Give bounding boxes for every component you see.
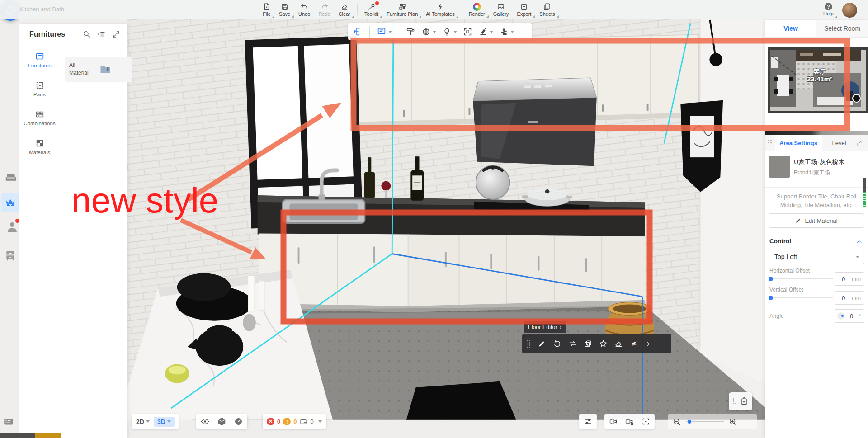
- globe-material-button[interactable]: [421, 27, 436, 37]
- camera-path-icon[interactable]: [609, 417, 618, 426]
- chevron-down-icon: [856, 256, 859, 258]
- zoom-in-icon[interactable]: [728, 417, 737, 426]
- surface-list-button[interactable]: [377, 27, 392, 37]
- horizontal-offset-value: 0: [835, 276, 852, 283]
- help-button[interactable]: ? Help: [819, 0, 838, 19]
- shortcut-keys-button[interactable]: [3, 416, 14, 429]
- furniture-plan-button[interactable]: Furniture Plan: [382, 0, 422, 19]
- issues-counter[interactable]: ✕ 0 ! 0 0: [263, 414, 326, 429]
- vertical-offset-slider[interactable]: [769, 296, 833, 300]
- toolkit-button[interactable]: Toolkit: [360, 0, 382, 19]
- angle-dial[interactable]: [837, 312, 844, 320]
- nav-item-parts[interactable]: Parts: [19, 74, 60, 103]
- float-storage-shortcut[interactable]: [4, 248, 17, 265]
- display-options-toolbar: [196, 414, 247, 429]
- material-thumbnail[interactable]: [769, 156, 790, 178]
- paint-roller-icon[interactable]: [406, 27, 415, 37]
- anchor-select[interactable]: Top Left: [769, 250, 864, 264]
- minimap-camera-icon[interactable]: [852, 94, 861, 103]
- more-chevron-icon[interactable]: [645, 341, 651, 347]
- rotate-icon[interactable]: [553, 339, 561, 348]
- focus-center-icon[interactable]: [641, 417, 651, 426]
- format-stamp-button[interactable]: [478, 27, 493, 37]
- vertical-offset-input[interactable]: 0 mm: [835, 291, 864, 305]
- bottom-bar-dark: [0, 433, 35, 438]
- all-material-card[interactable]: All Material: [65, 57, 132, 82]
- drag-handle[interactable]: [768, 139, 772, 146]
- edit-material-button[interactable]: Edit Material: [769, 213, 864, 228]
- control-section-title: Control: [769, 238, 791, 245]
- nav-item-furnitures[interactable]: Furnitures: [19, 45, 60, 74]
- horizontal-offset-slider[interactable]: [769, 277, 833, 281]
- tab-level[interactable]: Level: [822, 135, 856, 151]
- zoom-slider-knob[interactable]: [688, 420, 691, 424]
- swap-arrows-icon[interactable]: [568, 339, 577, 348]
- kettle[interactable]: [476, 165, 510, 199]
- render-label: Render: [469, 11, 485, 17]
- nav-item-combinations[interactable]: Combinations: [19, 103, 60, 132]
- properties-panel: View Select Room 客厅 23.41m² Area: [765, 20, 868, 438]
- range-hood[interactable]: [473, 78, 597, 166]
- exit-room-icon[interactable]: [353, 27, 363, 37]
- plugins-button[interactable]: [499, 27, 514, 37]
- zoom-slider[interactable]: [686, 419, 724, 424]
- gallery-button[interactable]: Gallery: [489, 0, 513, 19]
- performance-dial-icon[interactable]: [234, 417, 243, 426]
- eraser-icon[interactable]: [614, 339, 623, 348]
- horizontal-offset-input[interactable]: 0 mm: [835, 272, 864, 286]
- angle-input[interactable]: 0 °: [835, 309, 864, 323]
- wall-pennant[interactable]: [680, 100, 723, 192]
- clear-button[interactable]: Clear: [335, 0, 354, 19]
- ai-templates-button[interactable]: AI Templates: [422, 0, 458, 19]
- toolbar-divider: [399, 26, 399, 38]
- render-button[interactable]: Render: [465, 0, 489, 19]
- visibility-eye-icon[interactable]: [200, 417, 210, 426]
- chair[interactable]: [406, 381, 516, 420]
- camera-settings-icon[interactable]: [625, 417, 634, 426]
- zoom-out-icon[interactable]: [672, 417, 681, 426]
- nav-item-materials[interactable]: Materials: [19, 132, 60, 161]
- user-avatar[interactable]: [842, 2, 858, 18]
- puzzle-icon: [499, 27, 509, 37]
- tab-area-settings[interactable]: Area Settings: [775, 135, 822, 151]
- slider-knob[interactable]: [769, 296, 773, 300]
- sheets-button[interactable]: Sheets: [535, 0, 559, 19]
- solid-cube-icon[interactable]: [217, 417, 226, 426]
- search-icon[interactable]: [82, 30, 91, 38]
- float-furniture-shortcut[interactable]: [4, 170, 18, 185]
- float-vip-shortcut[interactable]: [1, 193, 20, 212]
- render-settings-button[interactable]: [579, 414, 597, 429]
- expand-panel-icon[interactable]: [112, 30, 120, 38]
- float-account-shortcut[interactable]: [5, 220, 19, 236]
- flip-icon[interactable]: [630, 339, 638, 348]
- chevron-down-icon[interactable]: [318, 420, 322, 423]
- slider-knob[interactable]: [769, 277, 773, 281]
- floorplan-minimap[interactable]: 客厅 23.41m²: [768, 47, 868, 113]
- file-button[interactable]: File: [259, 0, 275, 19]
- floor-editor-button[interactable]: Floor Editor ›: [524, 321, 566, 333]
- marquee-select-icon[interactable]: [463, 27, 472, 37]
- collapse-list-icon[interactable]: [97, 30, 106, 38]
- collapse-chevron-up-icon[interactable]: [856, 238, 863, 245]
- mode-2d-button[interactable]: 2D: [136, 418, 150, 425]
- drag-handle[interactable]: [527, 339, 531, 349]
- expand-panel-icon[interactable]: [856, 140, 862, 146]
- export-button[interactable]: Export: [513, 0, 536, 19]
- tab-select-room[interactable]: Select Room: [816, 20, 868, 37]
- tab-view[interactable]: View: [765, 20, 816, 37]
- lighting-button[interactable]: [442, 27, 457, 37]
- clipboard-icon: [740, 397, 749, 406]
- canvas-3d-viewport[interactable]: [0, 19, 868, 438]
- clipboard-button[interactable]: [729, 392, 752, 410]
- undo-button[interactable]: Undo: [294, 0, 314, 19]
- panel-scrollbar[interactable]: [863, 178, 866, 207]
- sheets-label: Sheets: [539, 11, 555, 17]
- save-button[interactable]: Save: [275, 0, 294, 19]
- redo-button[interactable]: Redo: [314, 0, 334, 19]
- edit-pencil-icon[interactable]: [538, 339, 546, 348]
- settings-tabbar: Area Settings Level: [765, 135, 868, 151]
- favorite-star-icon[interactable]: [599, 339, 608, 348]
- lower-cabinets[interactable]: [259, 234, 645, 312]
- copy-plus-icon[interactable]: [584, 339, 592, 348]
- mode-3d-button[interactable]: 3D: [154, 417, 175, 427]
